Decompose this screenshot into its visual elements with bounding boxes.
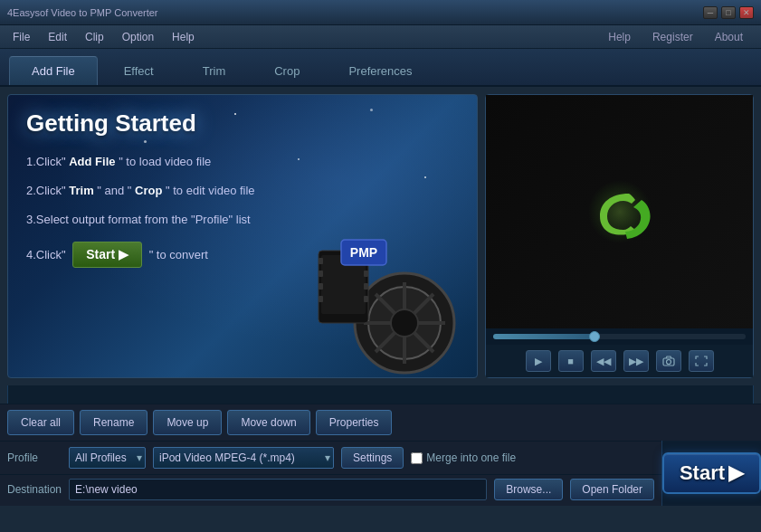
- seekbar-thumb[interactable]: [589, 331, 600, 342]
- destination-input[interactable]: [69, 479, 487, 500]
- title-bar: 4Easysof Video to PMP Converter ─ □ ✕: [0, 0, 761, 25]
- inline-start-button: Start ▶: [72, 242, 142, 269]
- move-down-button[interactable]: Move down: [227, 410, 309, 435]
- bottom-left: Profile All Profiles iPod Video MPEG-4 (…: [0, 441, 661, 506]
- menu-file[interactable]: File: [4, 27, 39, 47]
- format-select[interactable]: iPod Video MPEG-4 (*.mp4): [153, 447, 334, 469]
- menu-help-right[interactable]: Help: [601, 27, 638, 47]
- destination-label: Destination: [7, 483, 62, 496]
- menu-option[interactable]: Option: [113, 27, 163, 47]
- video-preview-panel: ▶ ■ ◀◀ ▶▶: [485, 94, 754, 378]
- preview-screen: [486, 95, 753, 328]
- forward-button[interactable]: ▶▶: [623, 350, 649, 372]
- toolbar: Add File Effect Trim Crop Preferences: [0, 49, 761, 87]
- main-content: Getting Started 1.Click" Add File " to l…: [0, 87, 761, 385]
- seekbar-track[interactable]: [493, 334, 746, 339]
- svg-point-25: [666, 360, 671, 365]
- svg-rect-13: [319, 258, 323, 264]
- gs-step-1: 1.Click" Add File " to load video file: [26, 154, 459, 170]
- svg-point-2: [391, 309, 418, 337]
- maximize-button[interactable]: □: [721, 6, 736, 19]
- merge-label: Merge into one file: [426, 451, 516, 464]
- profile-bar: Profile All Profiles iPod Video MPEG-4 (…: [0, 441, 661, 474]
- format-select-wrapper: iPod Video MPEG-4 (*.mp4): [153, 447, 334, 469]
- svg-rect-16: [319, 296, 323, 302]
- rename-button[interactable]: Rename: [80, 410, 147, 435]
- svg-rect-20: [364, 296, 368, 302]
- window-controls: ─ □ ✕: [703, 6, 754, 19]
- open-folder-button[interactable]: Open Folder: [570, 479, 654, 500]
- tab-preferences[interactable]: Preferences: [326, 56, 434, 85]
- play-button[interactable]: ▶: [526, 350, 551, 372]
- settings-button[interactable]: Settings: [341, 447, 404, 469]
- preview-seekbar[interactable]: [486, 328, 753, 345]
- bottom-section: Profile All Profiles iPod Video MPEG-4 (…: [0, 441, 761, 506]
- destination-bar: Destination Browse... Open Folder: [0, 474, 661, 506]
- menu-right: Help Register About: [601, 27, 757, 47]
- file-list-area: [7, 385, 754, 404]
- move-up-button[interactable]: Move up: [153, 410, 222, 435]
- action-buttons-bar: Clear all Rename Move up Move down Prope…: [0, 404, 761, 441]
- minimize-button[interactable]: ─: [703, 6, 718, 19]
- menu-about[interactable]: About: [708, 27, 750, 47]
- fullscreen-button[interactable]: [689, 350, 714, 372]
- profile-select[interactable]: All Profiles: [69, 447, 146, 469]
- svg-rect-14: [319, 271, 323, 277]
- menu-register[interactable]: Register: [645, 27, 700, 47]
- browse-button[interactable]: Browse...: [494, 479, 563, 500]
- start-label: Start: [680, 461, 725, 485]
- profile-select-wrapper: All Profiles: [69, 447, 146, 469]
- app-title: 4Easysof Video to PMP Converter: [7, 7, 158, 18]
- start-arrow-icon: ▶: [728, 461, 744, 485]
- menu-help[interactable]: Help: [163, 27, 204, 47]
- rewind-button[interactable]: ◀◀: [591, 350, 616, 372]
- svg-rect-18: [364, 271, 368, 277]
- screenshot-button[interactable]: [656, 350, 681, 372]
- camera-icon: [662, 356, 675, 366]
- svg-rect-19: [364, 283, 368, 290]
- preview-logo: [584, 176, 656, 248]
- tab-effect[interactable]: Effect: [101, 56, 176, 85]
- getting-started-panel: Getting Started 1.Click" Add File " to l…: [7, 94, 478, 378]
- close-button[interactable]: ✕: [739, 6, 754, 19]
- merge-check: Merge into one file: [411, 451, 516, 464]
- menu-bar: File Edit Clip Option Help Help Register…: [0, 25, 761, 49]
- merge-checkbox[interactable]: [411, 452, 423, 464]
- properties-button[interactable]: Properties: [316, 410, 393, 435]
- menu-edit[interactable]: Edit: [39, 27, 76, 47]
- tab-crop[interactable]: Crop: [252, 56, 322, 85]
- film-reel-decoration: PMP: [314, 196, 468, 377]
- clear-all-button[interactable]: Clear all: [7, 410, 74, 435]
- getting-started-title: Getting Started: [26, 109, 459, 138]
- preview-controls: ▶ ■ ◀◀ ▶▶: [486, 345, 753, 377]
- start-button-container: Start ▶: [661, 441, 761, 506]
- start-button[interactable]: Start ▶: [662, 452, 761, 494]
- tab-trim[interactable]: Trim: [180, 56, 249, 85]
- tab-add-file[interactable]: Add File: [9, 56, 98, 85]
- fullscreen-icon: [695, 356, 708, 366]
- menu-clip[interactable]: Clip: [76, 27, 113, 47]
- profile-label: Profile: [7, 451, 62, 464]
- menu-left: File Edit Clip Option Help: [4, 27, 204, 47]
- svg-text:PMP: PMP: [350, 245, 377, 260]
- stop-button[interactable]: ■: [558, 350, 584, 372]
- svg-rect-15: [319, 283, 323, 290]
